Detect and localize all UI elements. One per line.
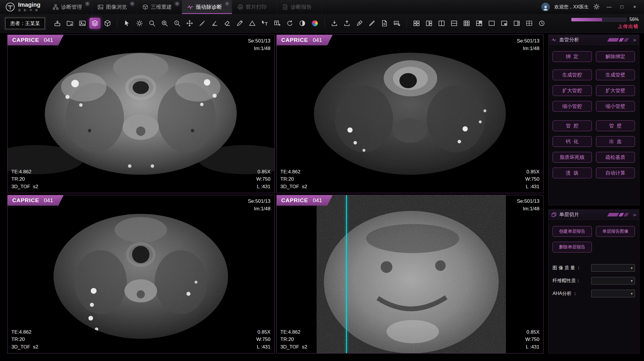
layout-2x2-button[interactable]	[411, 18, 422, 29]
ulcer-button[interactable]: 溃 疡	[553, 168, 592, 178]
expand-lumen-button[interactable]: 扩大管腔	[553, 85, 592, 96]
pan-button[interactable]	[184, 18, 195, 29]
viewport-4[interactable]: CAPRICE041 Se:501/13Im:1/48 TE:4.862TR:2…	[276, 195, 544, 353]
expand-wall-button[interactable]: 扩大管壁	[596, 85, 635, 96]
tab-carotid-diagnosis[interactable]: 颈动脉诊断 ×	[182, 0, 232, 14]
measure-angle-button[interactable]	[209, 18, 220, 29]
layout-2x2-icon	[413, 19, 420, 27]
delete-slice-report-button[interactable]: 删除单层报告	[553, 242, 592, 252]
hemorrhage-button[interactable]: 出 血	[596, 136, 635, 147]
fibrous-cap-row: 纤维帽性质： ▾	[553, 277, 635, 284]
collapse-panel-icon[interactable]: »	[633, 212, 636, 217]
lumen-button[interactable]: 管 腔	[553, 120, 592, 131]
upload-button[interactable]	[341, 18, 352, 29]
shrink-lumen-button[interactable]: 缩小管腔	[553, 101, 592, 112]
layout-side-panel-button[interactable]	[511, 18, 522, 29]
zoom-roi-button[interactable]	[172, 18, 183, 29]
tab-close-icon[interactable]: ×	[130, 1, 135, 6]
bind-button[interactable]: 绑 定	[553, 51, 592, 62]
wall-button[interactable]: 管 壁	[596, 120, 635, 131]
viewport-1[interactable]: CAPRICE041 Se:501/13Im:1/48 TE:4.862TR:2…	[7, 35, 275, 193]
tab-image-browse[interactable]: 图像浏览 ×	[92, 0, 137, 14]
slice-report-image-button[interactable]: 单层报告图像	[596, 226, 635, 237]
maximize-button[interactable]: □	[618, 4, 626, 10]
minimize-button[interactable]: —	[605, 4, 613, 10]
create-lumen-button[interactable]: 生成管腔	[553, 70, 592, 80]
shrink-wall-button[interactable]: 缩小管壁	[596, 101, 635, 112]
draw-pen-button[interactable]	[366, 18, 377, 29]
tab-diagnosis-report[interactable]: 诊断报告	[277, 0, 322, 14]
cursor-tool-button[interactable]	[121, 18, 133, 29]
tab-close-icon[interactable]: ×	[175, 1, 179, 6]
reference-line[interactable]	[346, 195, 347, 353]
layout-pip-button[interactable]	[499, 18, 510, 29]
draw-pencil-button[interactable]	[354, 18, 365, 29]
close-button[interactable]: ×	[631, 4, 639, 10]
open-study-icon	[66, 19, 74, 27]
collapse-panel-icon[interactable]: »	[633, 37, 636, 42]
brightness-button[interactable]	[134, 18, 145, 29]
create-slice-report-button[interactable]: 创建单层报告	[553, 226, 592, 237]
tab-label: 诊断报告	[291, 3, 312, 10]
cube-3d-button[interactable]	[102, 18, 113, 29]
layout-cell-highlight-button[interactable]	[474, 18, 485, 29]
save-study-icon	[54, 19, 61, 27]
history-icon	[538, 19, 546, 27]
tab-close-icon[interactable]: ×	[225, 1, 230, 6]
zoom-in-icon	[161, 19, 168, 27]
history-button[interactable]	[536, 18, 547, 29]
slice-panel-header: 单层切片 »	[548, 210, 639, 220]
color-wheel-button[interactable]	[309, 18, 320, 29]
rotate-button[interactable]	[284, 18, 295, 29]
measure-line-button[interactable]	[197, 18, 208, 29]
triangle-roi-button[interactable]	[247, 18, 258, 29]
cursor-text-button[interactable]	[259, 18, 270, 29]
tab-close-icon[interactable]: ×	[85, 1, 90, 6]
create-wall-button[interactable]: 生成管壁	[596, 70, 635, 80]
viewport-3[interactable]: CAPRICE041 Se:501/13Im:1/48 TE:4.862TR:2…	[7, 195, 275, 353]
layout-dashed-button[interactable]	[524, 18, 535, 29]
avatar[interactable]	[541, 3, 550, 11]
annotate-pencil-button[interactable]	[234, 18, 245, 29]
aha-analysis-select[interactable]: ▾	[591, 290, 635, 297]
lipid-core-button[interactable]: 脂质坏死核	[553, 152, 592, 163]
open-study-button[interactable]	[64, 18, 75, 29]
image-export-button[interactable]	[391, 18, 403, 29]
unbind-button[interactable]: 解除绑定	[596, 51, 635, 62]
slice-icon	[551, 212, 557, 217]
eraser-button[interactable]	[222, 18, 233, 29]
zoom-in-button[interactable]	[159, 18, 170, 29]
triangle-icon	[248, 19, 256, 27]
layout-1-2-button[interactable]	[424, 18, 435, 29]
image-quality-select[interactable]: ▾	[591, 264, 635, 272]
tab-film-print[interactable]: 胶片打印	[232, 0, 277, 14]
image-view-icon	[79, 19, 86, 27]
auto-calculate-button[interactable]: 自动计算	[596, 168, 635, 178]
rotate-icon	[286, 19, 294, 27]
report-doc-button[interactable]	[379, 18, 390, 29]
settings-button[interactable]	[593, 3, 600, 10]
layout-vsplit-button[interactable]	[436, 18, 447, 29]
layers-button[interactable]	[89, 18, 100, 29]
fibrous-cap-select[interactable]: ▾	[591, 277, 635, 284]
zoom-button[interactable]	[147, 18, 158, 29]
viewport-2[interactable]: CAPRICE041 Se:501/13Im:1/48 TE:4.862TR:2…	[276, 35, 544, 193]
image-view-button[interactable]	[77, 18, 88, 29]
layout-hsplit-button[interactable]	[449, 18, 460, 29]
save-study-button[interactable]	[52, 18, 63, 29]
tab-bar: 诊断管理 × 图像浏览 × 三维重建 × 颈动脉诊断 × 胶片打印	[47, 0, 322, 14]
toolbar-separator	[324, 18, 325, 28]
text-box-button[interactable]	[272, 18, 283, 29]
tab-diagnosis-management[interactable]: 诊断管理 ×	[47, 0, 92, 14]
contrast-button[interactable]	[297, 18, 308, 29]
layout-single-button[interactable]	[486, 18, 497, 29]
cube-3d-icon	[142, 4, 148, 10]
download-button[interactable]	[329, 18, 340, 29]
patient-field[interactable]: 患者：王某某	[5, 18, 45, 29]
tab-3d-reconstruction[interactable]: 三维重建 ×	[137, 0, 182, 14]
person-icon	[542, 4, 549, 11]
vessel-bind-group: 绑 定 解除绑定	[548, 45, 639, 62]
loose-matrix-button[interactable]: 疏松基质	[596, 152, 635, 163]
calcification-button[interactable]: 钙 化	[553, 136, 592, 147]
layout-3x3-button[interactable]	[461, 18, 472, 29]
